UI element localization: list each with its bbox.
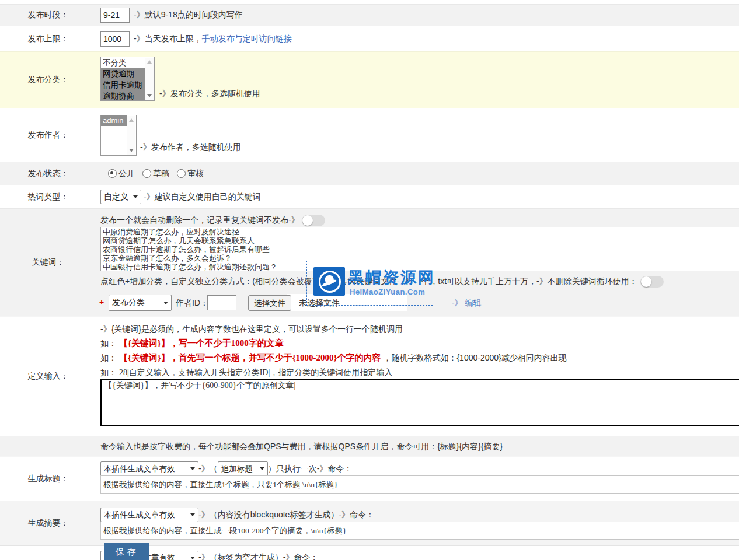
gen-summary-command-input[interactable]: 根据我提供给你的内容，直接生成一段100-200个字的摘要，\n\n{标题}	[100, 522, 739, 540]
author-option[interactable]: admin	[101, 116, 127, 126]
publish-limit-label: 发布上限：	[0, 26, 96, 51]
publish-author-label: 发布作者：	[0, 108, 96, 162]
gen-title-append-selected: 追加标题	[221, 464, 253, 474]
upload-category-selected: 发布分类	[112, 298, 145, 308]
define-input-example2: 如： 【{关键词}】，首先写一个标题，并写不少于{1000-2000}个字的内容…	[100, 352, 567, 363]
gen-title-append-select[interactable]: 追加标题	[218, 461, 268, 476]
gen-title-controls: 本插件生成文章有效 -》（ 追加标题 ）只执行一次-》命令：	[100, 461, 352, 476]
row-gen-summary: 生成摘要： 本插件生成文章有效 -》（内容没有blockquote标签才生成）-…	[0, 501, 739, 545]
watermark-card: 黑帽资源网 HeiMaoZiYuan.Com	[306, 261, 433, 306]
gen-title-mode-select[interactable]: 本插件生成文章有效	[100, 461, 198, 476]
chevron-down-icon	[190, 556, 195, 559]
keywords-toggle-note: 发布一个就会自动删除一个，记录重复关键词不发布-》	[100, 215, 299, 226]
category-option[interactable]: 网贷逾期	[101, 68, 145, 79]
scroll-up-icon[interactable]	[147, 60, 152, 64]
gen-title-label: 生成标题：	[0, 457, 96, 501]
author-id-label: 作者ID：	[176, 298, 208, 309]
category-listbox[interactable]: 不分类 网贷逾期 信用卡逾期 逾期协商	[100, 57, 155, 101]
keep-keywords-toggle[interactable]	[640, 276, 664, 288]
gen-summary-after: -》（内容没有blockquote标签才生成）-》命令：	[198, 510, 374, 520]
define-input-textarea[interactable]: 【{关键词}】，并写不少于{600-900}个字的原创文章|	[100, 379, 739, 426]
gen-summary-mode-select[interactable]: 本插件生成文章有效	[100, 508, 198, 522]
hotword-type-select[interactable]: 自定义	[100, 190, 141, 204]
gen-title-command-input[interactable]: 根据我提供给你的内容，直接生成1个标题，只要1个标题 \n\n{标题}	[100, 475, 739, 494]
example-prefix: 如：	[100, 338, 117, 348]
hotword-type-desc: -》建议自定义使用自己的关键词	[144, 192, 261, 202]
radio-draft[interactable]	[142, 169, 151, 178]
scroll-down-icon[interactable]	[147, 94, 152, 97]
category-option[interactable]: 信用卡逾期	[101, 79, 145, 90]
command-note-text: 命令输入也是按字收费的，每个功能都会叠加QPS与费用，请根据QPS条件开启，命令…	[100, 442, 503, 452]
publish-time-label: 发布时段：	[0, 5, 96, 26]
gen-tag-spacer	[0, 546, 96, 560]
gen-title-after: ）只执行一次-》命令：	[268, 464, 353, 474]
keywords-toggle-line: 发布一个就会自动删除一个，记录重复关键词不发布-》	[100, 215, 325, 226]
edit-link[interactable]: 编辑	[465, 298, 481, 307]
row-command-note: 命令输入也是按字收费的，每个功能都会叠加QPS与费用，请根据QPS条件开启，命令…	[0, 436, 739, 456]
toggle-knob	[641, 276, 651, 287]
edit-line: -》 编辑	[452, 298, 482, 307]
toggle-knob	[302, 215, 313, 226]
row-gen-title: 生成标题： 本插件生成文章有效 -》（ 追加标题 ）只执行一次-》命令： 根据我…	[0, 456, 739, 501]
chevron-down-icon	[190, 513, 195, 516]
hotword-type-selected: 自定义	[104, 192, 128, 202]
row-publish-time: 发布时段： 9-21 -》默认9-18点的时间段内写作	[0, 4, 739, 26]
chevron-down-icon	[163, 302, 168, 304]
delete-used-keyword-toggle[interactable]	[302, 215, 325, 226]
scroll-up-icon[interactable]	[129, 118, 134, 122]
author-scrollbar[interactable]	[127, 116, 135, 155]
author-listbox[interactable]: admin	[100, 115, 137, 156]
chevron-down-icon	[133, 195, 138, 198]
define-input-label: 定义输入：	[0, 317, 96, 436]
radio-review-label[interactable]: 审核	[187, 169, 204, 179]
watermark-title: 黑帽资源网	[348, 267, 435, 288]
example2-text: 【{关键词}】，首先写一个标题，并写不少于{1000-2000}个字的内容	[119, 353, 381, 362]
watermark-subtitle: HeiMaoZiYuan.Com	[350, 288, 425, 296]
chevron-down-icon	[260, 467, 264, 470]
choose-file-button[interactable]: 选择文件	[248, 295, 291, 311]
publish-category-label: 发布分类：	[0, 52, 96, 108]
example-prefix: 如：	[100, 353, 117, 362]
plugin-settings-page: 发布时段： 9-21 -》默认9-18点的时间段内写作 发布上限： 1000 -…	[0, 0, 739, 560]
example3-text: 28|自定义输入，支持输入开头指定分类ID|，指定分类的关键词使用指定输入	[119, 368, 392, 377]
publish-limit-desc: -》当天发布上限，	[134, 34, 202, 44]
edit-arrow: -》	[452, 298, 463, 307]
scroll-down-icon[interactable]	[129, 149, 134, 152]
save-button[interactable]: 保存	[104, 542, 149, 560]
example1-text: 【{关键词}】，写一个不少于1000字的文章	[119, 338, 284, 348]
keywords-label: 关键词：	[0, 209, 96, 316]
row-hotword-type: 热词类型： 自定义 -》建议自定义使用自己的关键词	[0, 185, 739, 208]
define-input-line1: -》{关键词}是必须的，生成内容字数也在这里定义，可以设置多个一行一个随机调用	[100, 324, 403, 335]
gen-tag-after: -》（标签为空才生成）-》命令：	[198, 552, 318, 560]
hotword-type-label: 热词类型：	[0, 186, 96, 208]
top-strip	[0, 0, 739, 4]
radio-review[interactable]	[177, 169, 186, 178]
example-prefix: 如：	[100, 368, 117, 377]
define-input-example3: 如： 28|自定义输入，支持输入开头指定分类ID|，指定分类的关键词使用指定输入	[100, 368, 392, 378]
row-publish-author: 发布作者： admin -》发布作者，多选随机使用	[0, 108, 739, 162]
publish-status-label: 发布状态：	[0, 162, 96, 185]
publish-time-input[interactable]: 9-21	[100, 8, 130, 23]
manual-publish-link[interactable]: 手动发布与定时访问链接	[202, 34, 292, 44]
gen-summary-label: 生成摘要：	[0, 501, 96, 545]
publish-limit-input[interactable]: 1000	[100, 32, 130, 47]
upload-category-select[interactable]: 发布分类	[109, 295, 172, 311]
example2-suffix: ，随机字数格式如：{1000-2000}减少相同内容出现	[383, 353, 566, 362]
radio-draft-label[interactable]: 草稿	[153, 169, 169, 179]
category-scrollbar[interactable]	[145, 58, 154, 100]
category-option[interactable]: 不分类	[101, 57, 145, 68]
row-publish-category: 发布分类： 不分类 网贷逾期 信用卡逾期 逾期协商 -》发布分类，多选随机使用	[0, 51, 739, 108]
gen-summary-controls: 本插件生成文章有效 -》（内容没有blockquote标签才生成）-》命令：	[100, 508, 374, 522]
publish-category-desc: -》发布分类，多选随机使用	[159, 89, 260, 99]
define-input-example1: 如： 【{关键词}】，写一个不少于1000字的文章	[100, 338, 284, 349]
gen-title-arrow-open: -》（	[198, 464, 218, 474]
row-publish-status: 发布状态： 公开 草稿 审核	[0, 162, 739, 185]
heimao-logo-icon	[313, 267, 345, 296]
add-category-plus-button[interactable]: +	[99, 298, 104, 307]
command-note-spacer	[0, 436, 96, 456]
category-option[interactable]: 逾期协商	[101, 90, 145, 101]
publish-author-desc: -》发布作者，多选随机使用	[140, 142, 241, 153]
radio-public[interactable]	[108, 169, 117, 178]
radio-public-label[interactable]: 公开	[118, 169, 135, 179]
author-id-input[interactable]	[207, 295, 236, 310]
